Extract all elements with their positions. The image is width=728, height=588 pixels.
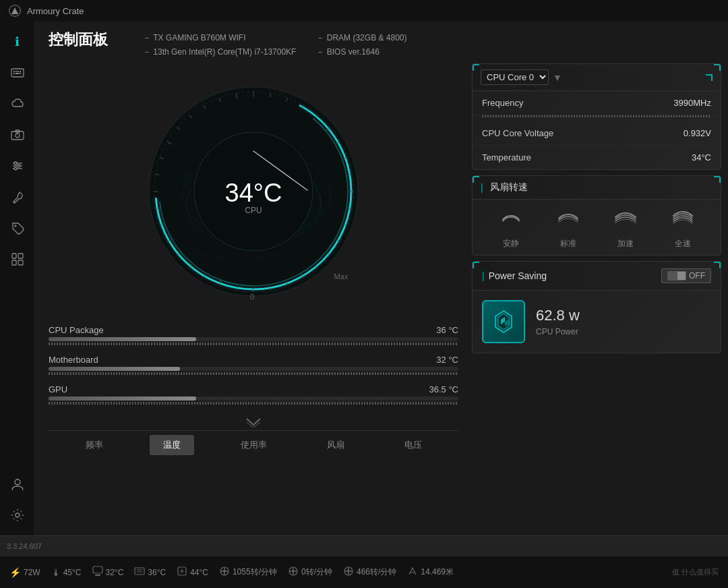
fan-standard-label: 标准 <box>560 238 576 249</box>
status-fan1: 1055转/分钟 <box>219 566 277 579</box>
svg-point-16 <box>18 165 20 167</box>
fan-panel-title: | 风扇转速 <box>481 181 528 194</box>
sensor-gpu-dots <box>49 402 458 405</box>
power-saving-panel: | Power Saving OFF <box>472 261 721 353</box>
sidebar: ℹ <box>0 22 35 535</box>
svg-rect-2 <box>13 71 15 72</box>
cpu-power-value: 62.8 w <box>536 307 580 324</box>
svg-rect-7 <box>16 73 19 74</box>
frequency-bar-wrap <box>473 115 721 121</box>
spec-bios: BIOS ver.1646 <box>316 47 406 58</box>
svg-line-58 <box>236 286 237 290</box>
status-power-value: 72W <box>24 568 40 577</box>
sensor-motherboard-label: Motherboard <box>49 355 98 365</box>
svg-line-67 <box>155 174 159 175</box>
svg-line-47 <box>348 174 352 175</box>
status-temp1: 🌡 45°C <box>51 567 82 578</box>
app-logo <box>8 4 22 18</box>
svg-line-65 <box>155 208 159 209</box>
tab-fan[interactable]: 风扇 <box>313 435 358 455</box>
svg-point-15 <box>14 162 17 165</box>
svg-rect-5 <box>20 71 21 72</box>
sensor-motherboard-fill <box>49 367 180 371</box>
fan-title-text: 风扇转速 <box>490 181 528 194</box>
cpu-core-header: CPU Core 0 CPU Core 1 CPU Core 2 CPU Cor… <box>473 64 721 91</box>
power-info: 62.8 w CPU Power <box>536 307 580 336</box>
sidebar-item-capture[interactable] <box>4 121 31 148</box>
frequency-bar <box>482 115 711 117</box>
tab-voltage[interactable]: 电压 <box>391 435 435 455</box>
power-saving-toggle[interactable]: OFF <box>661 268 711 283</box>
svg-rect-80 <box>93 566 102 573</box>
left-panel: 34°C CPU 0 Max CPU Pa <box>35 63 472 535</box>
sidebar-item-user[interactable] <box>4 471 31 498</box>
temp4-icon <box>177 566 187 579</box>
svg-line-56 <box>270 286 271 290</box>
fan-panel: | 风扇转速 安静 <box>472 175 721 256</box>
cpu-core-dropdown[interactable]: CPU Core 0 CPU Core 1 CPU Core 2 CPU Cor… <box>481 69 549 85</box>
sidebar-item-settings[interactable] <box>4 502 31 529</box>
toggle-knob <box>677 272 686 280</box>
fan-mode-quiet[interactable]: 安静 <box>500 210 522 249</box>
fan-modes-row: 安静 标准 <box>473 200 721 255</box>
svg-rect-8 <box>20 73 21 74</box>
sidebar-item-tools[interactable] <box>4 183 31 210</box>
power-icon: ⚡ <box>9 567 21 578</box>
svg-point-19 <box>14 225 16 227</box>
sensor-cpu-package-fill <box>49 337 196 341</box>
svg-point-24 <box>15 479 20 485</box>
sensor-gpu-fill <box>49 396 196 401</box>
cpu-power-label: CPU Power <box>536 327 580 336</box>
svg-point-10 <box>16 134 20 138</box>
content-area: 控制面板 TX GAMING B760M WIFI 13th Gen Intel… <box>35 22 728 535</box>
fan-boost-label: 加速 <box>617 238 634 249</box>
sidebar-item-grid[interactable] <box>4 245 31 272</box>
temp2-icon <box>92 566 103 579</box>
sensor-gpu-value: 36.5 °C <box>429 384 458 394</box>
fan-mode-standard[interactable]: 标准 <box>557 210 579 249</box>
spec-dram: DRAM (32GB & 4800) <box>316 32 406 44</box>
header: 控制面板 TX GAMING B760M WIFI 13th Gen Intel… <box>35 22 728 63</box>
frequency-value: 3990MHz <box>673 98 711 108</box>
watermark-area: 值 什么值得买 <box>672 567 719 577</box>
expand-arrow[interactable] <box>49 417 458 428</box>
status-fan2-value: 0转/分钟 <box>301 566 332 578</box>
tab-usage[interactable]: 使用率 <box>227 435 280 455</box>
power-saving-title: Power Saving <box>489 270 547 281</box>
status-temp2-value: 32°C <box>106 568 124 577</box>
sidebar-item-info[interactable]: ℹ <box>4 28 31 55</box>
status-temp3-value: 36°C <box>148 568 166 577</box>
svg-rect-21 <box>18 254 23 258</box>
status-fan3: 466转/分钟 <box>343 566 396 579</box>
tab-freq[interactable]: 频率 <box>72 435 117 455</box>
fan3-icon <box>343 566 354 579</box>
status-temp4-value: 44°C <box>190 568 208 577</box>
status-distance-value: 14.469米 <box>421 566 454 578</box>
sensor-gpu-bar <box>49 396 458 401</box>
svg-line-40 <box>270 93 271 97</box>
status-temp2: 32°C <box>92 566 124 579</box>
temp3-icon <box>134 566 145 579</box>
sidebar-item-tag[interactable] <box>4 214 31 241</box>
svg-rect-23 <box>18 260 23 265</box>
fan-mode-full[interactable]: 全速 <box>672 210 694 249</box>
status-fan2: 0转/分钟 <box>288 566 332 579</box>
svg-point-91 <box>292 570 295 572</box>
fan-full-label: 全速 <box>675 238 691 249</box>
sidebar-item-cloud[interactable] <box>4 90 31 117</box>
frequency-label: Frequency <box>482 98 523 108</box>
toggle-label: OFF <box>689 271 705 281</box>
fan-mode-boost[interactable]: 加速 <box>615 210 636 249</box>
sidebar-item-tune[interactable] <box>4 152 31 179</box>
sensor-section: CPU Package 36 °C Motherboard <box>49 325 458 414</box>
temp1-icon: 🌡 <box>51 567 61 578</box>
tab-temp[interactable]: 温度 <box>150 435 194 455</box>
status-fan1-value: 1055转/分钟 <box>233 566 277 578</box>
sidebar-item-keyboard[interactable] <box>4 59 31 86</box>
watermark-text: 值 什么值得买 <box>672 567 719 577</box>
svg-rect-22 <box>12 260 16 265</box>
svg-point-89 <box>223 570 226 572</box>
status-bar: ⚡ 72W 🌡 45°C 32°C 36°C 44°C 1055转/分钟 0转/… <box>0 556 728 588</box>
sensor-cpu-package-dots <box>49 343 458 345</box>
voltage-row: CPU Core Voltage 0.932V <box>473 121 721 146</box>
